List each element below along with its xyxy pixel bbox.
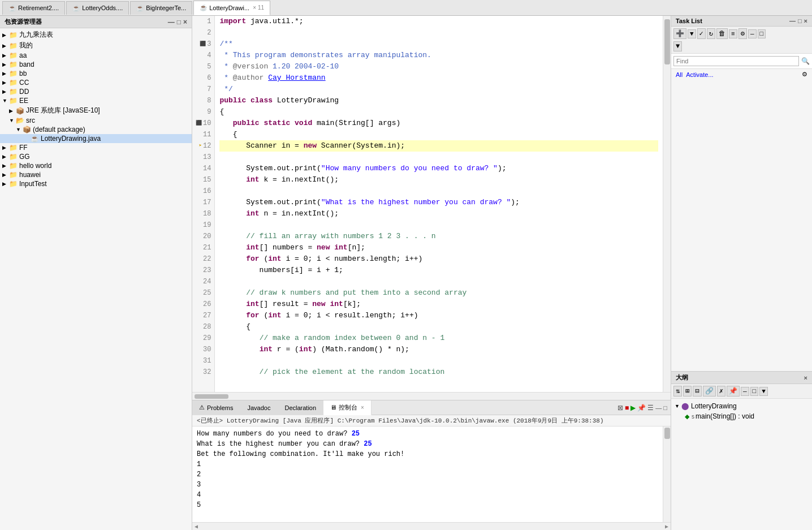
task-maximize-icon[interactable]: □ xyxy=(798,18,802,24)
task-btn-collapse[interactable]: ≡ xyxy=(729,29,737,38)
sidebar-item-jre[interactable]: ▶ 📦 JRE 系统库 [JavaSE-10] xyxy=(0,105,192,116)
tab-close-icon[interactable]: × xyxy=(253,5,256,11)
editor-vscroll[interactable] xyxy=(663,16,671,392)
sidebar-item-ff-label: FF xyxy=(19,144,28,152)
tab-javadoc[interactable]: Javadoc xyxy=(240,400,278,415)
sidebar-item-band[interactable]: ▶ 📁 band xyxy=(0,60,192,69)
tab-problems[interactable]: ⚠ Problems xyxy=(192,400,240,415)
outline-item-class[interactable]: ▼ ⬤ LotteryDrawing xyxy=(673,401,810,411)
console-line-2: What is the highest number you can draw?… xyxy=(197,439,658,449)
tab-console[interactable]: 🖥 控制台 × xyxy=(323,400,372,415)
code-line-20: // fill an array with numbers 1 2 3 . . … xyxy=(219,231,658,242)
outline-header: 大纲 × xyxy=(671,372,812,384)
right-panel: Task List — □ × ➕ ▼ ✓ ↻ 🗑 ≡ ⚙ — □ ▼ xyxy=(671,16,812,530)
console-line-1: How many numbers do you need to draw? 25 xyxy=(197,429,658,439)
console-output[interactable]: How many numbers do you need to draw? 25… xyxy=(192,426,663,522)
sidebar-item-src-label: src xyxy=(26,117,35,124)
task-search-input[interactable] xyxy=(673,56,799,66)
library-icon: 📦 xyxy=(16,107,24,115)
outline-btn-minimize[interactable]: — xyxy=(741,387,749,396)
outline-close-icon[interactable]: × xyxy=(804,374,807,381)
sidebar-item-default-pkg[interactable]: ▼ 📦 (default package) xyxy=(0,125,192,134)
code-line-19 xyxy=(219,219,658,231)
code-line-28: { xyxy=(219,321,658,333)
outline-btn-collapse[interactable]: ⊟ xyxy=(693,386,701,397)
task-close-icon[interactable]: × xyxy=(804,18,807,24)
tab-declaration[interactable]: Declaration xyxy=(278,400,323,415)
sidebar-item-ff[interactable]: ▶ 📁 FF xyxy=(0,143,192,152)
console-line-7: 4 xyxy=(197,490,658,500)
sidebar-item-jiujiu[interactable]: ▶ 📁 九九乘法表 xyxy=(0,29,192,40)
console-clear-icon[interactable]: ⊠ xyxy=(617,404,623,412)
outline-method-icon: ◆ xyxy=(685,413,689,420)
project-icon3: 📁 xyxy=(9,51,18,59)
task-btn-add[interactable]: ➕ xyxy=(673,28,686,39)
sidebar-item-bb[interactable]: ▶ 📁 bb xyxy=(0,69,192,78)
outline-tree: ▼ ⬤ LotteryDrawing ◆ s main(String[]) : … xyxy=(671,399,812,530)
code-line-12: Scanner in = new Scanner(System.in); xyxy=(219,140,658,152)
console-maximize-icon[interactable]: □ xyxy=(663,404,667,411)
console-hscroll[interactable]: ◀ ▶ xyxy=(192,522,671,530)
task-btn-delete[interactable]: 🗑 xyxy=(716,28,728,39)
task-list-controls: — □ × xyxy=(789,18,807,24)
task-panel-settings[interactable]: ⚙ xyxy=(802,71,807,78)
outline-btn-pin[interactable]: 📌 xyxy=(727,386,740,397)
sidebar-header-controls: — □ × xyxy=(168,18,187,26)
task-links-bar: All Activate... ⚙ xyxy=(671,69,812,80)
outline-btn-link[interactable]: 🔗 xyxy=(703,386,716,397)
sidebar-item-huawei[interactable]: ▶ 📁 huawei xyxy=(0,170,192,179)
maximize-icon[interactable]: □ xyxy=(177,18,181,26)
code-content[interactable]: import java.util.*; /** * This program d… xyxy=(215,16,663,392)
console-relaunch-icon[interactable]: ▶ xyxy=(630,404,636,412)
task-minimize-icon[interactable]: — xyxy=(789,18,796,24)
sidebar-item-default-pkg-label: (default package) xyxy=(33,126,85,133)
task-btn-refresh[interactable]: ↻ xyxy=(707,28,715,39)
sidebar-item-aa[interactable]: ▶ 📁 aa xyxy=(0,51,192,60)
outline-item-method[interactable]: ◆ s main(String[]) : void xyxy=(673,411,810,421)
outline-btn-filter[interactable]: ⊞ xyxy=(683,386,692,397)
sidebar-item-cc[interactable]: ▶ 📁 CC xyxy=(0,78,192,87)
sidebar-item-wode[interactable]: ▶ 📁 我的 xyxy=(0,40,192,51)
task-btn-extra[interactable]: ▼ xyxy=(673,41,682,51)
sidebar-item-helloworld[interactable]: ▶ 📁 hello world xyxy=(0,161,192,170)
sidebar-item-inputtest[interactable]: ▶ 📁 InputTest xyxy=(0,179,192,188)
console-stop-icon[interactable]: ■ xyxy=(625,404,629,412)
task-btn-settings[interactable]: ⚙ xyxy=(738,28,747,39)
console-tab-close[interactable]: × xyxy=(361,404,364,411)
sidebar-close-icon[interactable]: × xyxy=(183,18,187,26)
task-link-all[interactable]: All xyxy=(676,71,683,78)
console-pin-icon[interactable]: 📌 xyxy=(637,404,646,412)
package-icon: 📦 xyxy=(23,126,31,133)
outline-btn-sort[interactable]: ⇅ xyxy=(673,386,682,397)
code-line-8: public class LotteryDrawing xyxy=(219,95,658,106)
code-line-26: int[] result = new int[k]; xyxy=(219,299,658,310)
console-line-3: Bet the following combination. It'll mak… xyxy=(197,449,658,459)
tab-retirement[interactable]: ☕ Retirement2.... xyxy=(2,1,65,15)
task-btn-maximize2[interactable]: □ xyxy=(758,29,766,38)
minimize-icon[interactable]: — xyxy=(168,18,175,26)
task-btn-mark[interactable]: ✓ xyxy=(697,28,706,39)
sidebar-item-src[interactable]: ▼ 📂 src xyxy=(0,116,192,125)
sidebar-item-jiujiu-label: 九九乘法表 xyxy=(19,30,53,40)
tab-lotteryodds[interactable]: ☕ LotteryOdds.... xyxy=(66,1,129,15)
outline-btn-more[interactable]: ▼ xyxy=(759,387,768,396)
outline-btn-x[interactable]: ✗ xyxy=(717,386,725,397)
tab-lotterydrawing[interactable]: ☕ LotteryDrawi... × 11 xyxy=(193,1,270,15)
outline-btn-maximize[interactable]: □ xyxy=(750,387,759,396)
sidebar-item-dd[interactable]: ▶ 📁 DD xyxy=(0,87,192,96)
editor-hscroll[interactable] xyxy=(192,392,671,400)
task-btn-minimize2[interactable]: — xyxy=(748,29,757,38)
sidebar-item-lottery-java-label: LotteryDrawing.java xyxy=(41,135,101,143)
tab-bigint[interactable]: ☕ BigIntegerTe... xyxy=(130,1,192,15)
console-minimize-icon[interactable]: — xyxy=(655,404,662,411)
console-menu-icon[interactable]: ☰ xyxy=(647,404,654,412)
task-search-icon[interactable]: 🔍 xyxy=(801,57,810,66)
sidebar-item-gg[interactable]: ▶ 📁 GG xyxy=(0,152,192,161)
console-vscroll[interactable] xyxy=(663,426,671,522)
tab-bar: ☕ Retirement2.... ☕ LotteryOdds.... ☕ Bi… xyxy=(0,0,812,16)
task-link-activate[interactable]: Activate... xyxy=(686,71,713,78)
sidebar-item-inputtest-label: InputTest xyxy=(19,180,47,188)
sidebar-item-lottery-java[interactable]: ☕ LotteryDrawing.java xyxy=(0,134,192,143)
sidebar-item-ee[interactable]: ▼ 📁 EE xyxy=(0,96,192,105)
task-btn-filter[interactable]: ▼ xyxy=(688,29,696,38)
